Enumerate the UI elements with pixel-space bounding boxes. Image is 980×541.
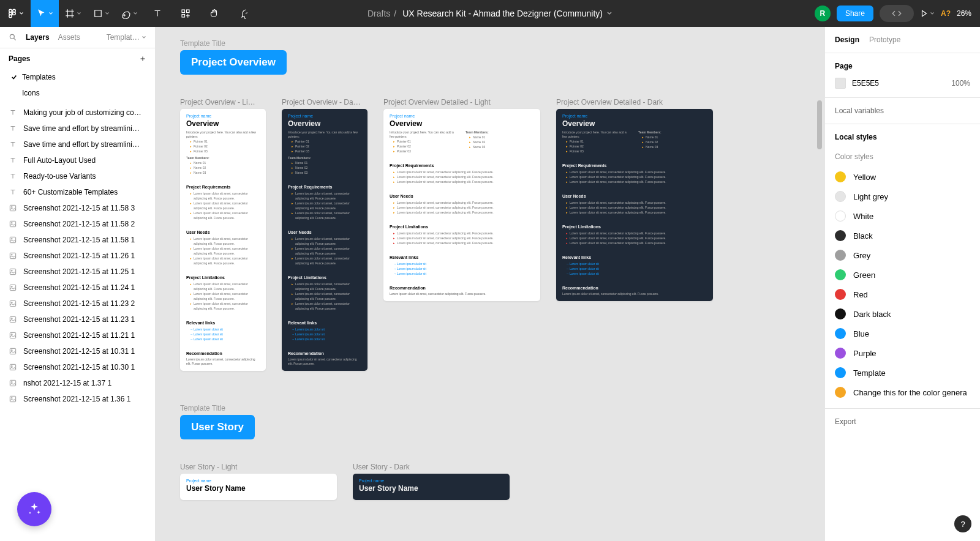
zoom-level[interactable]: 26% — [957, 9, 971, 18]
canvas-frame[interactable]: Project nameOverview Introduce your proj… — [282, 109, 368, 371]
color-style-item[interactable]: Template — [825, 363, 980, 382]
frame-label[interactable]: Project Overview - Li… — [180, 98, 266, 106]
layer-item[interactable]: Ready-to-use Variants — [0, 168, 155, 184]
layer-item[interactable]: 60+ Customizable Templates — [0, 184, 155, 200]
canvas[interactable]: Template Title Project Overview Project … — [156, 27, 824, 541]
design-tab[interactable]: Design — [835, 35, 859, 44]
assets-tab[interactable]: Assets — [58, 33, 80, 42]
page-item[interactable]: Templates — [0, 69, 155, 85]
color-style-item[interactable]: Red — [825, 285, 980, 304]
color-style-item[interactable]: Black — [825, 226, 980, 245]
layer-item[interactable]: Screenshot 2021-12-15 at 11.24 1 — [0, 280, 155, 296]
color-style-item[interactable]: White — [825, 206, 980, 226]
svg-point-9 — [10, 34, 14, 39]
text-tool[interactable] — [143, 0, 172, 27]
layer-item[interactable]: Screenshot 2021-12-15 at 10.31 1 — [0, 343, 155, 359]
layer-item[interactable]: Screenshot 2021-12-15 at 11.58 3 — [0, 200, 155, 216]
text-layer-icon — [9, 156, 17, 165]
shape-tool[interactable] — [87, 0, 115, 27]
resources-tool[interactable] — [172, 0, 200, 27]
color-style-swatch — [835, 269, 846, 280]
canvas-frame[interactable]: Project nameUser Story Name — [353, 474, 510, 500]
comment-tool[interactable] — [228, 0, 256, 27]
layer-item[interactable]: Screenshot 2021-12-15 at 11.26 1 — [0, 248, 155, 264]
layer-item[interactable]: Screenshot 2021-12-15 at 11.23 2 — [0, 296, 155, 312]
layer-item[interactable]: Making your job of customizing co… — [0, 105, 155, 121]
figma-menu-button[interactable] — [0, 0, 31, 27]
export-section[interactable]: Export — [825, 409, 980, 435]
frame-label[interactable]: Project Overview - Da… — [282, 98, 368, 106]
dev-mode-toggle[interactable] — [880, 5, 914, 22]
canvas-frame[interactable]: Project nameOverview Introduce your proj… — [556, 109, 713, 301]
layers-tab[interactable]: Layers — [26, 33, 50, 42]
layer-label: Screenshot 2021-12-15 at 11.58 1 — [23, 236, 135, 244]
layer-label: Screenshot 2021-12-15 at 11.26 1 — [23, 252, 135, 260]
layer-label: 60+ Customizable Templates — [23, 188, 118, 196]
layer-item[interactable]: Screenshot 2021-12-15 at 1.36 1 — [0, 391, 155, 407]
color-style-item[interactable]: Yellow — [825, 167, 980, 187]
missing-fonts-badge[interactable]: A? — [941, 9, 951, 18]
layer-item[interactable]: Save time and effort by streamlini… — [0, 136, 155, 152]
color-style-item[interactable]: Dark black — [825, 304, 980, 324]
svg-point-11 — [11, 206, 12, 207]
top-toolbar: Drafts / UX Research Kit - Ahmad the Dez… — [0, 0, 980, 27]
layer-item[interactable]: Screenshot 2021-12-15 at 11.25 1 — [0, 264, 155, 280]
layer-item[interactable]: Screenshot 2021-12-15 at 11.21 1 — [0, 327, 155, 343]
color-style-item[interactable]: Green — [825, 265, 980, 285]
text-layer-icon — [9, 108, 17, 117]
page-item[interactable]: Icons — [0, 85, 155, 101]
frame-label[interactable]: Project Overview Detailed - Dark — [556, 98, 713, 106]
layer-item[interactable]: Screenshot 2021-12-15 at 11.23 1 — [0, 312, 155, 327]
user-avatar[interactable]: R — [815, 6, 831, 21]
layer-item[interactable]: Full Auto-Layout Used — [0, 152, 155, 168]
canvas-frame[interactable]: Project nameUser Story Name — [180, 474, 337, 500]
color-style-item[interactable]: Change this for the color genera — [825, 382, 980, 402]
layer-item[interactable]: Screenshot 2021-12-15 at 10.30 1 — [0, 359, 155, 375]
frame-wrapper: Project Overview Detailed - DarkProject … — [556, 98, 713, 301]
file-breadcrumb[interactable]: Drafts / UX Research Kit - Ahmad the Dez… — [368, 9, 612, 18]
search-icon[interactable] — [9, 33, 17, 42]
image-layer-icon — [9, 236, 17, 244]
color-style-item[interactable]: Light grey — [825, 187, 980, 206]
local-variables-link[interactable]: Local variables — [825, 98, 980, 124]
present-button[interactable] — [920, 9, 935, 18]
svg-point-33 — [11, 381, 12, 382]
ai-fab-button[interactable] — [17, 492, 51, 526]
color-style-name: Black — [853, 231, 873, 241]
color-style-item[interactable]: Purple — [825, 343, 980, 363]
layer-label: Screenshot 2021-12-15 at 10.30 1 — [23, 363, 135, 371]
canvas-frame[interactable]: Project nameOverview Introduce your proj… — [180, 109, 266, 371]
template-dropdown[interactable]: Templat… — [107, 33, 146, 42]
frame-label[interactable]: User Story - Dark — [353, 463, 510, 471]
help-button[interactable]: ? — [954, 515, 971, 532]
frame-tool[interactable] — [59, 0, 87, 27]
color-style-item[interactable]: Blue — [825, 324, 980, 343]
svg-point-35 — [11, 397, 12, 398]
hand-tool[interactable] — [200, 0, 228, 27]
page-color-swatch[interactable] — [835, 78, 846, 89]
layer-item[interactable]: Save time and effort by streamlini… — [0, 121, 155, 136]
page-background-row[interactable]: E5E5E5 100% — [835, 78, 970, 89]
svg-point-25 — [11, 318, 12, 319]
color-style-item[interactable]: Grey — [825, 245, 980, 265]
move-tool[interactable] — [31, 0, 59, 27]
layer-item[interactable]: Screenshot 2021-12-15 at 11.58 2 — [0, 216, 155, 232]
canvas-scrollbar[interactable] — [817, 100, 822, 149]
template-title-pill[interactable]: User Story — [180, 415, 255, 439]
svg-point-23 — [11, 302, 12, 303]
canvas-frame[interactable]: Project nameOverview Introduce your proj… — [383, 109, 540, 301]
layer-item[interactable]: Screenshot 2021-12-15 at 11.58 1 — [0, 232, 155, 248]
image-layer-icon — [9, 379, 17, 387]
layer-item[interactable]: nshot 2021-12-15 at 1.37 1 — [0, 375, 155, 391]
text-layer-icon — [9, 140, 17, 149]
layer-label: Screenshot 2021-12-15 at 11.23 2 — [23, 299, 135, 308]
template-title-pill[interactable]: Project Overview — [180, 50, 287, 75]
prototype-tab[interactable]: Prototype — [869, 35, 900, 44]
share-button[interactable]: Share — [837, 6, 873, 21]
frame-label[interactable]: User Story - Light — [180, 463, 337, 471]
color-style-swatch — [835, 387, 846, 398]
frame-label[interactable]: Project Overview Detailed - Light — [383, 98, 540, 106]
image-layer-icon — [9, 204, 17, 212]
pen-tool[interactable] — [115, 0, 143, 27]
add-page-icon[interactable] — [139, 55, 146, 62]
